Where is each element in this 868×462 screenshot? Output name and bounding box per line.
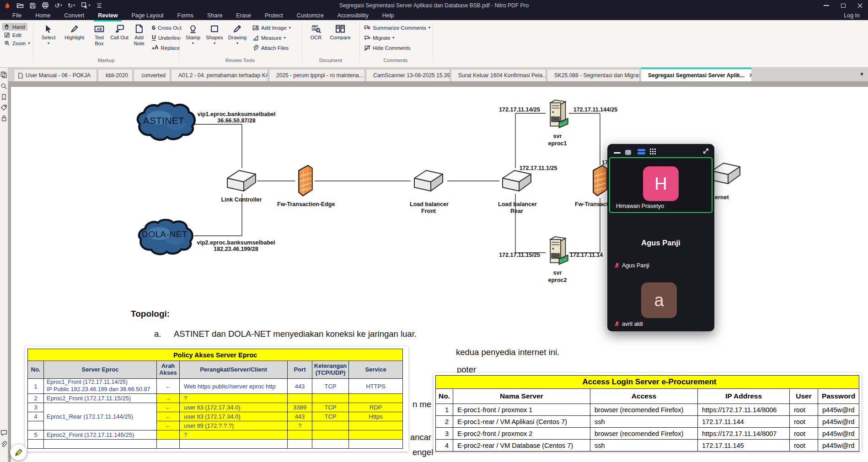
summarize-comments-button[interactable]: Summarize Comments▾ — [364, 24, 430, 32]
zoom-speaker-view-icon-2[interactable] — [638, 152, 645, 154]
menu-review[interactable]: Review — [91, 11, 124, 20]
maximize-window-icon[interactable] — [841, 4, 846, 8]
menu-accessibility[interactable]: Accessibility — [331, 11, 375, 20]
hide-comments-icon — [364, 45, 370, 51]
pages-panel-icon[interactable] — [0, 71, 7, 78]
attachments-panel-icon[interactable] — [0, 441, 7, 448]
policy-table: Policy Akses Server Eproc No. Server Epr… — [27, 349, 403, 449]
print-icon[interactable] — [42, 2, 49, 9]
tab-sk25-088[interactable]: SK25.088 - Segmentasi dan Migrasi... — [547, 69, 640, 81]
hand-tool-button[interactable]: Hand — [2, 23, 27, 31]
svr2-label-2: eproc2 — [544, 277, 571, 283]
dolanet-label: DOLA-NET — [137, 229, 193, 239]
tab-surat-keluar[interactable]: Surat Keluar 1604 Konfirmasi Pela... — [451, 69, 546, 81]
close-window-icon[interactable] — [857, 3, 863, 8]
tab-segregasi-active[interactable]: Segregasi Segmentasi Server Aplik... ✕ — [641, 68, 752, 81]
document-icon — [18, 73, 23, 79]
muted-mic-icon — [614, 321, 620, 327]
tags-icon[interactable] — [0, 104, 7, 111]
edit-tool-button[interactable]: Edit — [4, 31, 21, 39]
hide-comments-button[interactable]: Hide Comments — [364, 44, 410, 52]
customize-quick-access-icon[interactable] — [96, 2, 102, 9]
policy-row-3: 3 Eproc1_Rear (172.17.11.144/25) ← user … — [28, 403, 403, 412]
text-box-button[interactable]: AB Text Box — [90, 24, 109, 46]
close-tab-icon[interactable]: ✕ — [749, 72, 752, 79]
drawing-label: Drawing — [228, 35, 246, 41]
zoom-speaker-view-icon[interactable] — [638, 149, 645, 151]
select-label: Select — [42, 35, 56, 41]
add-note-button[interactable]: Add Note — [130, 24, 148, 46]
menu-share[interactable]: Share — [200, 11, 229, 20]
migrate-button[interactable]: Migrate▾ — [364, 34, 394, 42]
compare-button[interactable]: Compare — [327, 24, 353, 41]
hand-label: Hand — [12, 24, 25, 30]
astinet-label: ASTINET — [137, 115, 191, 126]
tab-a01-pemahaman[interactable]: A01.2 - 04. pemahaman terhadap KA... — [171, 69, 268, 81]
menu-page-layout[interactable]: Page Layout — [124, 11, 170, 20]
minimize-window-icon[interactable] — [824, 5, 829, 6]
ocr-button[interactable]: ABCDEQ OCR — [306, 24, 326, 41]
replace-button[interactable]: AA Replace — [152, 44, 180, 52]
drawing-button[interactable]: Drawing▾ — [226, 24, 249, 45]
pencil-icon — [14, 448, 23, 457]
text-box-label: Text Box — [90, 35, 109, 46]
shapes-label: Shapes — [206, 35, 223, 41]
shapes-button[interactable]: Shapes▾ — [204, 24, 225, 45]
menu-customize[interactable]: Customize — [290, 11, 331, 20]
attach-files-button[interactable]: Attach Files — [252, 44, 289, 52]
bookmarks-icon[interactable] — [0, 94, 7, 101]
edit-pencil-fab[interactable] — [10, 444, 27, 461]
replace-label: Replace — [161, 45, 180, 51]
summarize-comments-icon — [364, 25, 370, 31]
tab-2025-perum[interactable]: 2025 - perum lppnpi - ro maintena... — [269, 69, 365, 81]
nitro-logo-icon — [4, 2, 11, 9]
comments-panel-icon[interactable] — [0, 430, 7, 436]
zoom-expand-icon[interactable] — [702, 147, 710, 155]
underline-button[interactable]: U Underline — [152, 34, 181, 42]
left-panel-bar — [0, 68, 8, 462]
measure-button[interactable]: Measure▾ — [252, 34, 286, 42]
select-tool-quick-icon[interactable]: ▾ — [81, 2, 91, 9]
cross-out-button[interactable]: S Cross Out — [152, 24, 182, 32]
add-image-button[interactable]: Add Image▾ — [252, 24, 291, 32]
tab-overflow-icon[interactable]: ▼ — [859, 71, 864, 77]
vip1-label: vip1.eproc.banksumselbabel 36.66.50.87/2… — [195, 111, 278, 124]
zoom-restore-icon[interactable] — [625, 150, 631, 155]
menu-erase[interactable]: Erase — [229, 11, 258, 20]
tab-user-manual[interactable]: User Manual - 06 - POKJA — [14, 69, 97, 81]
stamp-button[interactable]: Stamp▾ — [183, 24, 203, 45]
redo-button[interactable]: ↻▾ — [68, 2, 75, 9]
tab-kbli-2020[interactable]: kbli-2020 — [98, 69, 133, 81]
add-image-icon — [252, 25, 259, 31]
group-label-document: Document — [304, 58, 358, 63]
security-lock-icon[interactable] — [0, 115, 7, 122]
menu-file[interactable]: File — [5, 11, 28, 20]
log-in-button[interactable]: Log In — [844, 11, 860, 20]
call-out-button[interactable]: Call Out — [110, 24, 129, 41]
menu-forms[interactable]: Forms — [171, 11, 200, 20]
svr1-label-1: svr — [547, 133, 568, 139]
menu-help[interactable]: Help — [375, 11, 401, 20]
zoom-minimize-icon[interactable] — [614, 152, 621, 154]
open-file-icon[interactable] — [16, 2, 24, 9]
svg-text:ABC: ABC — [311, 25, 318, 28]
tab-converted[interactable]: converted — [134, 69, 170, 81]
zoom-meeting-window[interactable]: H Himawan Prasetyo Agus Panji Agus Panji… — [607, 144, 714, 331]
zoom-tool-button[interactable]: Zoom▾ — [4, 39, 30, 47]
underline-icon: U — [152, 35, 156, 41]
active-speaker-tile[interactable]: H Himawan Prasetyo — [609, 157, 713, 213]
highlight-label: Highlight — [65, 35, 85, 41]
zoom-label: Zoom — [12, 41, 26, 46]
zoom-gallery-view-icon[interactable] — [650, 149, 657, 155]
menu-protect[interactable]: Protect — [258, 11, 290, 20]
menu-convert[interactable]: Convert — [58, 11, 91, 20]
text-fragment-ancar: ancar — [410, 432, 431, 442]
save-icon[interactable] — [29, 2, 36, 9]
undo-button[interactable]: ↺▾ — [54, 2, 62, 9]
select-button[interactable]: Select▾ — [38, 24, 59, 45]
underline-label: Underline — [158, 35, 181, 41]
highlight-button[interactable]: Highlight — [61, 24, 88, 41]
search-icon[interactable] — [0, 83, 7, 90]
menu-home[interactable]: Home — [28, 11, 57, 20]
tab-camscanner[interactable]: CamScanner 13-08-2025 15.39 — [366, 69, 450, 81]
